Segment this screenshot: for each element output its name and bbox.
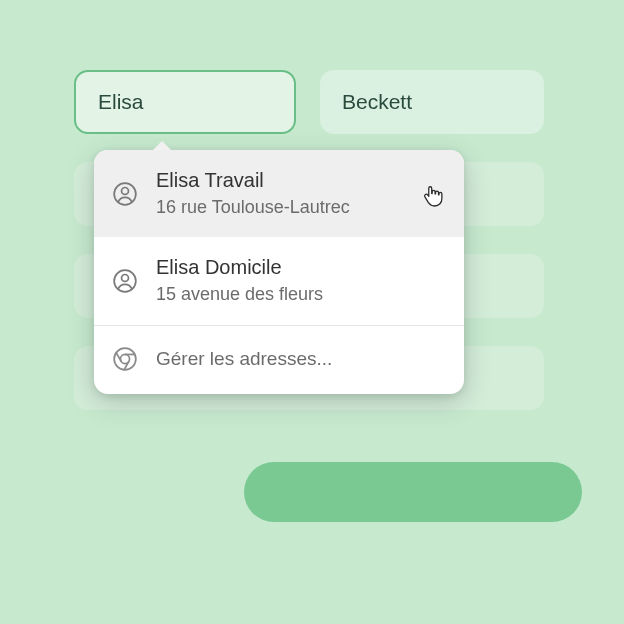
manage-addresses-link[interactable]: Gérer les adresses...: [94, 326, 464, 394]
autofill-item[interactable]: Elisa Travail 16 rue Toulouse-Lautrec: [94, 150, 464, 237]
autofill-item-name: Elisa Domicile: [156, 255, 444, 280]
autofill-item[interactable]: Elisa Domicile 15 avenue des fleurs: [94, 237, 464, 324]
svg-point-3: [122, 274, 129, 281]
autofill-item-sub: 16 rue Toulouse-Lautrec: [156, 195, 444, 219]
last-name-value: Beckett: [342, 90, 412, 114]
first-name-input[interactable]: Elisa: [74, 70, 296, 134]
autofill-item-name: Elisa Travail: [156, 168, 444, 193]
autofill-dropdown: Elisa Travail 16 rue Toulouse-Lautrec El…: [94, 150, 464, 394]
submit-button[interactable]: [244, 462, 582, 522]
first-name-value: Elisa: [98, 90, 144, 114]
person-icon: [112, 268, 138, 294]
manage-addresses-label: Gérer les adresses...: [156, 348, 332, 370]
person-icon: [112, 181, 138, 207]
autofill-item-sub: 15 avenue des fleurs: [156, 282, 444, 306]
last-name-input[interactable]: Beckett: [320, 70, 544, 134]
chrome-icon: [112, 346, 138, 372]
svg-point-1: [122, 187, 129, 194]
